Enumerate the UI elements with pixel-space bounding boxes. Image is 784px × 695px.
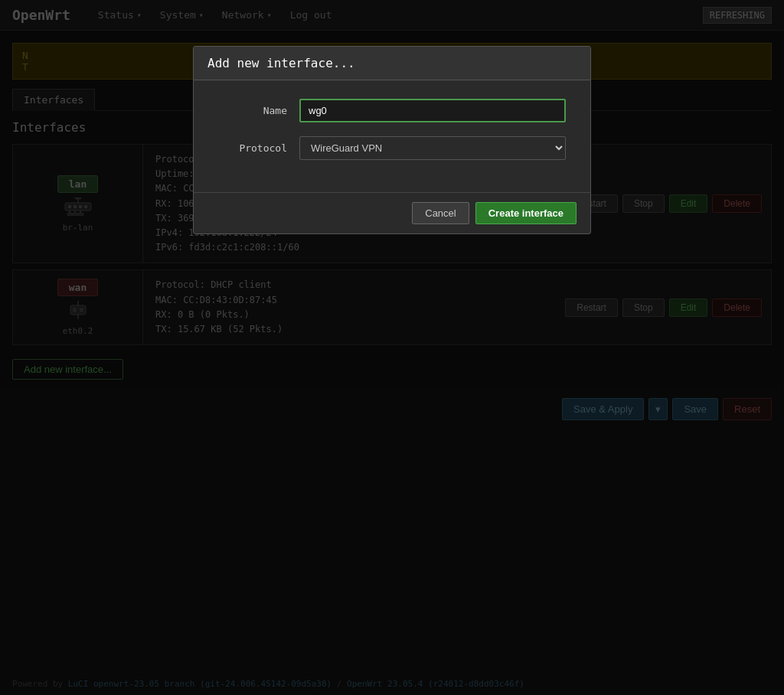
modal-body: Name Protocol WireGuard VPN Static addre… xyxy=(194,80,590,192)
modal-protocol-row: Protocol WireGuard VPN Static address DH… xyxy=(218,136,566,160)
modal-header: Add new interface... xyxy=(194,47,590,80)
modal-overlay: Add new interface... Name Protocol WireG… xyxy=(0,0,784,695)
modal-protocol-label: Protocol xyxy=(218,142,287,154)
modal-cancel-button[interactable]: Cancel xyxy=(412,202,469,224)
modal-footer: Cancel Create interface xyxy=(194,192,590,233)
modal-create-button[interactable]: Create interface xyxy=(475,202,577,224)
modal-name-input[interactable] xyxy=(299,99,566,122)
modal-name-row: Name xyxy=(218,99,566,122)
add-interface-modal: Add new interface... Name Protocol WireG… xyxy=(193,46,591,234)
modal-protocol-select[interactable]: WireGuard VPN Static address DHCP client… xyxy=(299,136,566,160)
modal-name-label: Name xyxy=(218,105,287,116)
